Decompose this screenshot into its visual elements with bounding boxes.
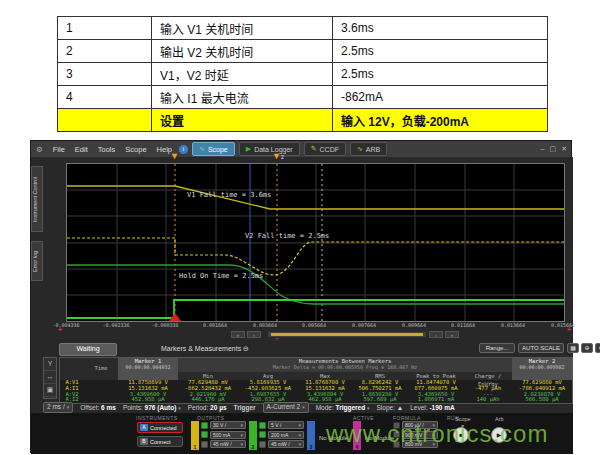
instrument-b-connect-button[interactable]: B Connect xyxy=(137,436,183,447)
span-tool-icon[interactable]: ↔ xyxy=(44,371,56,384)
time-tick: -0.002336 xyxy=(98,322,134,328)
output-toggle-icon[interactable] xyxy=(201,431,208,438)
output-toggle-icon[interactable] xyxy=(259,422,266,429)
waveform-plot[interactable]: V1 Fall time = 3.6ms V2 Fall time = 2.5m… xyxy=(66,163,565,322)
sidetab-error-log[interactable]: Error log xyxy=(31,241,43,281)
offset-value[interactable]: 6 ms xyxy=(101,404,116,411)
range-button[interactable]: Range... xyxy=(479,343,515,353)
value: 5 V / xyxy=(271,422,281,428)
autoscale-button[interactable]: AUTO SCALE xyxy=(518,343,564,353)
tab-label: Scope xyxy=(208,146,228,153)
timebase-scale-dropdown[interactable]: 2 ms / ▾ xyxy=(43,402,73,413)
trigger-source-dropdown[interactable]: A-Current 2 ▾ xyxy=(263,402,309,413)
channel1-current-dropdown[interactable]: 500 mA▾ xyxy=(210,431,246,439)
channel1-color-bar: 1 xyxy=(191,421,199,450)
time-tick: 0.013664 xyxy=(495,322,531,328)
chevron-down-icon: ▾ xyxy=(178,405,181,411)
tab-arb[interactable]: ∿ ARB xyxy=(350,142,387,156)
instrument-b-chip: B xyxy=(140,438,148,445)
tab-label: ARB xyxy=(366,146,380,153)
level-label: Level: xyxy=(410,404,427,411)
output-toggle-icon[interactable] xyxy=(259,431,266,438)
row-number: 2 xyxy=(58,40,152,63)
channel2-power-dropdown[interactable]: 45 mW /▾ xyxy=(268,440,304,448)
channel2-voltage-dropdown[interactable]: 5 V /▾ xyxy=(268,421,304,429)
mode-group[interactable]: Mode: Triggered ▾ xyxy=(316,404,370,411)
marker-tool-icon[interactable]: Y xyxy=(44,358,56,371)
chevron-down-icon: ▾ xyxy=(240,432,243,438)
instrument-a-connected-button[interactable]: A Connected xyxy=(137,422,183,433)
sidetab-instrument-control[interactable]: Instrument Control xyxy=(31,166,43,232)
marker1-time: 00:00:00.004032 xyxy=(118,365,178,371)
menu-file[interactable]: File xyxy=(53,145,65,154)
output-toggle-icon[interactable] xyxy=(259,441,266,448)
menu-scope[interactable]: Scope xyxy=(125,145,146,154)
channel2-current-dropdown[interactable]: 200 mA▾ xyxy=(268,431,304,439)
pan-right-marker-icon[interactable]: + xyxy=(567,326,571,333)
row-value: 2.5ms xyxy=(333,40,548,63)
info-icon[interactable]: i xyxy=(179,145,188,154)
chevron-down-icon: ▾ xyxy=(298,432,301,438)
row-value: -862mA xyxy=(333,86,548,109)
scrollbar-track[interactable] xyxy=(267,331,427,338)
marker2-handle-icon[interactable]: ▼ 2 xyxy=(272,152,281,161)
menu-edit[interactable]: Edit xyxy=(75,145,88,154)
tab-ccdf[interactable]: ✎ CCDF xyxy=(304,142,346,156)
collapse-icon[interactable]: ⊖ xyxy=(243,345,249,352)
scrollbar-thumb[interactable] xyxy=(271,333,423,336)
trigger-label: Trigger xyxy=(234,404,256,411)
time-tick: -0.000336 xyxy=(147,322,183,328)
instrument-b-label: Connect xyxy=(150,439,171,445)
zoom-in-icon[interactable]: ⊕ xyxy=(581,343,593,353)
between-subtitle: Marker Delta = 00:00:00.005950 Freq = 16… xyxy=(178,365,512,371)
menu-tools[interactable]: Tools xyxy=(98,145,116,154)
value: 45 mW / xyxy=(213,441,232,447)
row-value: 输入 12V，负载-200mA xyxy=(333,109,548,132)
channel1-power-dropdown[interactable]: 45 mW /▾ xyxy=(210,440,246,448)
scope-app-window: ⚙ File Edit Tools Scope Help i ∿ Scope ▶… xyxy=(30,140,572,453)
output-toggle-icon[interactable] xyxy=(201,422,208,429)
zoom-out-icon[interactable]: ⊖ xyxy=(595,343,600,353)
checkbox-tool-icon[interactable]: ▣ xyxy=(44,384,56,397)
channel3-color-bar: 3 xyxy=(307,421,315,450)
col-avg-header: Avg xyxy=(238,372,298,380)
marker1-header[interactable]: Marker 1 00:00:00.004032 xyxy=(118,358,178,380)
row-label: 输出 V2 关机时间 xyxy=(152,40,333,63)
tab-scope[interactable]: ∿ Scope xyxy=(192,142,235,156)
markers-measurements-title: Markers & Measurements ⊖ xyxy=(161,345,249,353)
tab-data-logger[interactable]: ▶ Data Logger xyxy=(239,142,300,156)
close-icon[interactable]: ✕ xyxy=(561,145,567,153)
points-group: Points: 976 (Auto) ▾ xyxy=(123,404,181,411)
period-value: 20 µs xyxy=(210,404,226,411)
time-tick: 0.009664 xyxy=(396,322,432,328)
maximize-icon[interactable]: ▢ xyxy=(550,145,557,153)
minimize-icon[interactable]: – xyxy=(541,145,545,153)
time-tick: 0.007664 xyxy=(346,322,382,328)
scale-settings-icon[interactable]: ▦ xyxy=(567,343,579,353)
titlebar: ⚙ File Edit Tools Scope Help i ∿ Scope ▶… xyxy=(31,141,571,157)
scroll-far-left-button[interactable]: « xyxy=(231,331,245,338)
chevron-down-icon: ▾ xyxy=(367,405,370,411)
gear-icon[interactable]: ⚙ xyxy=(36,145,43,154)
instrument-a-chip: A xyxy=(140,424,148,431)
marker2-number: 2 xyxy=(281,153,284,162)
slope-group[interactable]: Slope: ▲ xyxy=(377,404,404,411)
scroll-right-button[interactable]: › xyxy=(429,331,443,338)
output-toggle-icon[interactable] xyxy=(201,441,208,448)
scroll-left-button[interactable]: ‹ xyxy=(247,331,261,338)
marker2-header[interactable]: Marker 2 00:00:00.009982 xyxy=(512,358,572,380)
points-value[interactable]: 976 (Auto) xyxy=(145,404,177,411)
marker1-handle-icon[interactable]: ▼ xyxy=(170,152,179,161)
measurement-tools-strip: Y ↔ ▣ xyxy=(43,357,57,399)
row-label: 输入 V1 关机时间 xyxy=(152,17,333,40)
instrument-a-label: Connected xyxy=(150,425,177,431)
value: 500 mA xyxy=(213,432,230,438)
col-min-header: Min xyxy=(178,372,238,380)
channel1-voltage-dropdown[interactable]: 30 V /▾ xyxy=(210,421,246,429)
pan-left-marker-icon[interactable]: + xyxy=(58,326,62,333)
scope-wave-icon: ∿ xyxy=(199,145,205,153)
annotation-v1-fall: V1 Fall time = 3.6ms xyxy=(187,191,271,199)
level-group[interactable]: Level: -190 mA xyxy=(410,404,454,411)
time-tick: 0.005664 xyxy=(296,322,332,328)
scroll-far-right-button[interactable]: » xyxy=(445,331,459,338)
